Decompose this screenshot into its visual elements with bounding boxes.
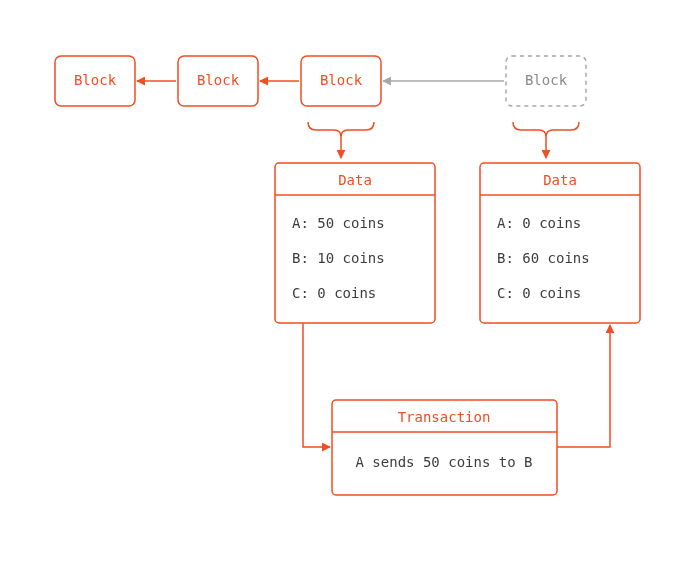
bracket-block4 [513,122,579,158]
block-4-pending: Block [506,56,586,106]
data-box-left: Data A: 50 coins B: 10 coins C: 0 coins [275,163,435,323]
transaction-title: Transaction [398,409,491,425]
block-1: Block [55,56,135,106]
data-left-title: Data [338,172,372,188]
arrow-data-to-transaction [303,323,330,447]
data-right-row-b: B: 60 coins [497,250,590,266]
data-right-row-c: C: 0 coins [497,285,581,301]
block-2: Block [178,56,258,106]
block-2-label: Block [197,72,240,88]
block-1-label: Block [74,72,117,88]
block-4-label: Block [525,72,568,88]
block-3: Block [301,56,381,106]
data-right-title: Data [543,172,577,188]
data-right-row-a: A: 0 coins [497,215,581,231]
data-left-row-c: C: 0 coins [292,285,376,301]
bracket-block3 [308,122,374,158]
data-left-row-b: B: 10 coins [292,250,385,266]
block-3-label: Block [320,72,363,88]
transaction-body: A sends 50 coins to B [355,454,532,470]
arrow-transaction-to-data [557,325,610,447]
data-left-row-a: A: 50 coins [292,215,385,231]
transaction-box: Transaction A sends 50 coins to B [332,400,557,495]
data-box-right: Data A: 0 coins B: 60 coins C: 0 coins [480,163,640,323]
